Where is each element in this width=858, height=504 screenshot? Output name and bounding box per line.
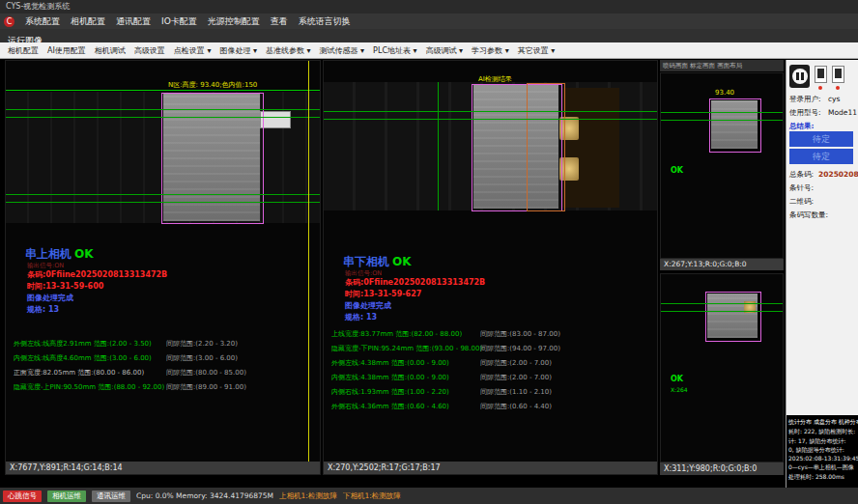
total-barcode-value: 20250208 (818, 170, 858, 179)
toolbar: 相机配置 AI使用配置 相机调试 高级设置 点检设置 ▾ 图像处理 ▾ 基准线参… (0, 42, 858, 59)
measurement-row: 外侧右线:4.36mm 范围:(0.60 - 4.60) 间隙范围:(0.60 … (324, 402, 657, 413)
stats-line: 计: 17, 缺陷分布统计: (788, 436, 857, 445)
login-user-label: 登录用户: (789, 95, 821, 104)
preview-header-tabs[interactable]: 喷码画面 标定画面 画面布局 (660, 60, 784, 71)
measurement-row: 隐藏宽度-下PIN:95.24mm 范围:(93.00 - 98.00) 间隙范… (324, 344, 657, 355)
pause-icon (792, 69, 808, 84)
result-ok-text: OK (74, 247, 94, 261)
measurement-row: 内侧左线:线高度4.60mm 范围:(3.00 - 6.00) 间隙范围:(3.… (6, 353, 320, 365)
measurement-row: 外侧左线:线高度2.91mm 范围:(2.00 - 3.50) 间隙范围:(2.… (6, 339, 320, 350)
model-label: 使用型号: (789, 108, 821, 118)
fixture-bracket (561, 88, 619, 208)
control-panel: 登录用户: cys 使用型号: Mode11 总结果: 待定 待定 总条码: 2… (786, 60, 858, 488)
upper-camera-warning: 上相机1:检测故障 (279, 491, 337, 501)
toolbar-other-settings[interactable]: 其它设置 ▾ (518, 45, 556, 56)
status-bar: 心跳信号 相机运维 通讯运维 Cpu: 0.0% Memory: 3424.41… (0, 488, 858, 504)
title-bar: CYS-视觉检测系统 (0, 0, 858, 14)
measurement-row: 隐藏宽度-上PIN:90.50mm 范围:(88.00 - 92.00) 间隙范… (6, 382, 320, 394)
model-value: Mode11 (828, 108, 857, 117)
stats-line: 耗时: 222, 缺陷检测时长: (788, 427, 857, 435)
preview-view-bottom[interactable]: OK X:264 (660, 273, 784, 462)
result-ok-text: OK (392, 255, 412, 268)
measure-line (6, 117, 321, 118)
measurement-text: 外侧左线:4.38mm 范围:(0.00 - 9.00) (331, 358, 449, 368)
barcode-text: 条码:0Ffiine2025020813313472B (27, 269, 167, 280)
result-title-lower: 串下相机OK (343, 254, 412, 270)
toolbar-advanced-settings[interactable]: 高级设置 (134, 45, 165, 56)
total-barcode-label: 总条码: (789, 170, 814, 180)
result-box-2: 待定 (789, 149, 853, 164)
window-title: CYS-视觉检测系统 (6, 2, 70, 11)
stats-tabs[interactable]: 统计分布 成盘分布 机种分布 (788, 417, 857, 426)
measurement-text: 上线宽度:83.77mm 范围:(82.00 - 88.00) (331, 329, 462, 339)
tolerance-text: 间隙范围:(80.00 - 85.00) (166, 368, 246, 378)
barcode-text: 条码:0Ffiine2025020813313472B (345, 277, 485, 288)
measurement-text: 内侧右线:1.93mm 范围:(1.00 - 2.20) (331, 387, 449, 397)
toolbar-camera-debug[interactable]: 相机调试 (95, 45, 126, 56)
result-title-upper: 串上相机OK (25, 246, 94, 263)
camera-2-button[interactable] (832, 66, 844, 83)
measure-line (661, 112, 784, 113)
measurement-text: 隐藏宽度-上PIN:90.50mm 范围:(88.00 - 92.00) (14, 382, 164, 392)
measurement-row: 内侧右线:1.93mm 范围:(1.00 - 2.20) 间隙范围:(1.10 … (324, 387, 657, 399)
tolerance-text: 间隙范围:(2.20 - 3.20) (166, 339, 238, 349)
login-user-value: cys (828, 95, 840, 103)
tolerance-text: 间隙范围:(0.60 - 4.40) (480, 402, 552, 411)
menu-item-system-config[interactable]: 系统配置 (25, 15, 60, 28)
roi-rect-magenta (161, 93, 264, 224)
menu-item-camera-config[interactable]: 相机配置 (71, 15, 105, 28)
camera-1-button[interactable] (815, 66, 827, 83)
process-status-text: 图像处理完成 (27, 293, 73, 303)
menu-item-comm-config[interactable]: 通讯配置 (116, 15, 151, 28)
total-result-label: 总结果: (789, 122, 815, 131)
camera-2-status-dot (836, 86, 840, 90)
toolbar-image-process[interactable]: 图像处理 ▾ (219, 45, 257, 56)
measure-line (661, 311, 784, 312)
measurement-text: 外侧右线:4.36mm 范围:(0.60 - 4.60) (331, 402, 449, 411)
camera-name-text: 串下相机 (343, 255, 389, 268)
coord-strip-lower: X:270,Y:2502;R:17;G:17;B:17 (324, 462, 657, 474)
toolbar-sensor-test[interactable]: 测试传感器 ▾ (320, 45, 365, 56)
toolbar-spot-check[interactable]: 点检设置 ▾ (174, 45, 212, 56)
toolbar-learning-params[interactable]: 学习参数 ▾ (472, 45, 509, 56)
measure-line (324, 111, 658, 112)
measure-line (6, 202, 321, 203)
overlay-label-upper: N区:高度: 93.40;色内值:150 (168, 80, 257, 90)
toolbar-plc-address[interactable]: PLC地址表 ▾ (373, 45, 416, 56)
toolbar-ai-config[interactable]: AI使用配置 (47, 45, 86, 56)
menu-item-language-switch[interactable]: 系统语言切换 (299, 15, 351, 28)
measure-line (6, 194, 321, 195)
toolbar-camera-config[interactable]: 相机配置 (8, 45, 39, 56)
preview-view-top[interactable]: 93.40 OK (660, 72, 784, 259)
preview-info-text: X:264 (671, 386, 688, 393)
overlay-label: 93.40 (715, 89, 734, 97)
camera-icon (817, 69, 824, 78)
toolbar-advanced-debug[interactable]: 高级调试 ▾ (426, 45, 464, 56)
measure-line (324, 119, 658, 120)
camera-view-upper[interactable]: N区:高度: 93.40;色内值:150 串上相机OK 输出信号:ON 条码:0… (5, 60, 321, 475)
camera-name-text: 串上相机 (25, 247, 72, 261)
measurement-text: 内侧左线:4.38mm 范围:(0.00 - 9.00) (331, 373, 449, 382)
cpu-memory-text: Cpu: 0.0% Memory: 3424.41796875M (136, 491, 273, 500)
coord-strip-preview-bottom: X:311;Y:980;R:0;G:0;B:0 (660, 462, 784, 475)
tolerance-text: 间隙范围:(83.00 - 87.00) (480, 329, 560, 339)
tolerance-text: 间隙范围:(2.00 - 7.00) (480, 358, 552, 368)
camera-view-lower[interactable]: AI检测结果 串下相机OK 输出信号:ON 条码:0Ffiine20250208… (323, 60, 658, 475)
write-count-label: 条码写数量: (789, 210, 828, 220)
pause-button[interactable] (789, 65, 810, 88)
menu-item-io-config[interactable]: IO卡配置 (161, 15, 197, 28)
tolerance-text: 间隙范围:(94.00 - 97.00) (480, 344, 560, 353)
camera-1-status-dot (818, 86, 822, 90)
preview-ok-text: OK (671, 166, 683, 175)
measure-line-vertical (438, 82, 439, 210)
process-status-text: 图像处理完成 (345, 300, 391, 311)
measurement-text: 隐藏宽度-下PIN:95.24mm 范围:(93.00 - 98.00) (331, 344, 482, 353)
result-box-1: 待定 (789, 131, 853, 147)
menu-item-view[interactable]: 查看 (271, 15, 288, 28)
camera-icon (835, 69, 842, 78)
toolbar-baseline-params[interactable]: 基准线参数 ▾ (266, 45, 311, 56)
menu-item-light-config[interactable]: 光源控制配置 (208, 15, 260, 28)
measurement-row: 外侧左线:4.38mm 范围:(0.00 - 9.00) 间隙范围:(2.00 … (324, 358, 657, 370)
qr-code-label: 二维码: (789, 197, 814, 207)
app-window: CYS-视觉检测系统 C 系统配置 相机配置 通讯配置 IO卡配置 光源控制配置… (0, 0, 858, 504)
